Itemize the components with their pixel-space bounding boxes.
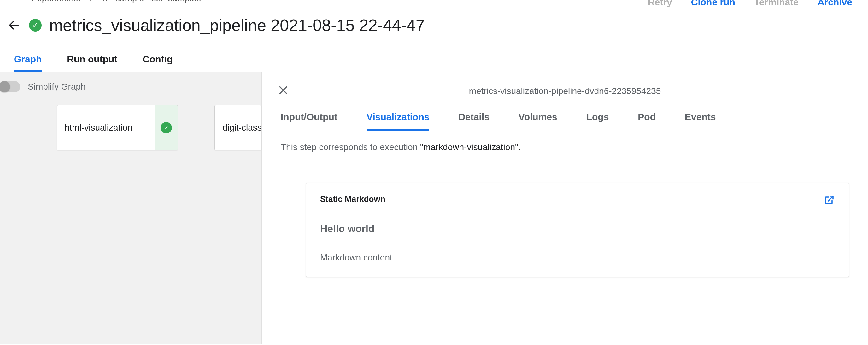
check-icon: ✓	[160, 122, 172, 133]
tab-events[interactable]: Events	[685, 112, 716, 131]
status-success-icon: ✓	[29, 19, 42, 32]
terminate-button[interactable]: Terminate	[754, 0, 799, 7]
node-detail-drawer: metrics-visualization-pipeline-dvdn6-223…	[262, 71, 868, 344]
simplify-label: Simplify Graph	[28, 82, 86, 92]
node-status-strip: ✓	[155, 105, 178, 150]
drawer-tabs: Input/Output Visualizations Details Volu…	[262, 98, 868, 131]
markdown-body: Markdown content	[320, 253, 835, 263]
tab-graph[interactable]: Graph	[14, 54, 42, 71]
page-title: metrics_visualization_pipeline 2021-08-1…	[49, 16, 856, 35]
graph-node-label: digit-class	[215, 123, 261, 133]
graph-node-label: html-visualization	[57, 123, 140, 133]
tab-config[interactable]: Config	[143, 54, 173, 71]
step-prefix: This step corresponds to execution	[281, 142, 420, 152]
main-tabs: Graph Run output Config	[0, 44, 868, 71]
tab-volumes[interactable]: Volumes	[519, 112, 557, 131]
back-arrow-icon[interactable]	[7, 19, 20, 32]
step-execution-name: "markdown-visualization".	[420, 142, 521, 152]
archive-button[interactable]: Archive	[817, 0, 852, 7]
graph-node-digit-class[interactable]: digit-class	[215, 105, 261, 150]
tab-run-output[interactable]: Run output	[67, 54, 117, 71]
tab-input-output[interactable]: Input/Output	[281, 112, 338, 131]
card-title: Static Markdown	[320, 194, 835, 204]
retry-button[interactable]: Retry	[648, 0, 672, 7]
simplify-toggle[interactable]	[0, 81, 20, 92]
tab-details[interactable]: Details	[458, 112, 489, 131]
close-icon[interactable]	[278, 85, 289, 98]
clone-run-button[interactable]: Clone run	[691, 0, 735, 7]
visualization-card: Static Markdown Hello world Markdown con…	[306, 183, 849, 277]
tab-visualizations[interactable]: Visualizations	[367, 112, 430, 131]
graph-node-html-visualization[interactable]: html-visualization ✓	[57, 105, 178, 150]
open-in-new-icon[interactable]	[824, 194, 835, 207]
header-actions: Retry Clone run Terminate Archive	[648, 0, 852, 7]
page-header: ✓ metrics_visualization_pipeline 2021-08…	[0, 3, 868, 44]
graph-panel: Simplify Graph html-visualization ✓ digi…	[0, 71, 262, 344]
simplify-graph-control: Simplify Graph	[0, 81, 261, 92]
step-description: This step corresponds to execution "mark…	[262, 131, 868, 164]
markdown-heading: Hello world	[320, 223, 835, 240]
tab-pod[interactable]: Pod	[638, 112, 656, 131]
drawer-title: metrics-visualization-pipeline-dvdn6-223…	[469, 86, 661, 96]
tab-logs[interactable]: Logs	[586, 112, 609, 131]
